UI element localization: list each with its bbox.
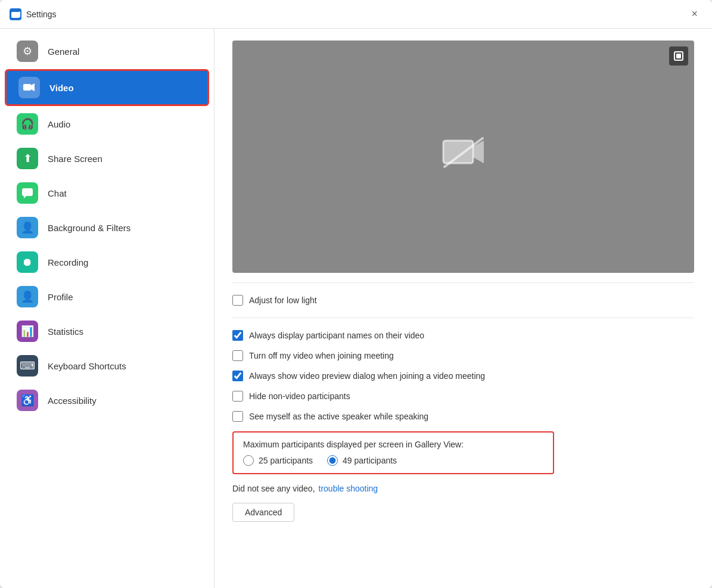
svg-rect-11 <box>676 54 681 58</box>
video-preview <box>232 41 694 273</box>
sidebar-label-general: General <box>48 46 79 57</box>
sidebar-item-background[interactable]: 👤 Background & Filters <box>5 211 209 244</box>
background-icon: 👤 <box>17 217 38 238</box>
sidebar-label-audio: Audio <box>48 119 70 129</box>
sidebar-label-recording: Recording <box>48 257 88 267</box>
option-row-2: Turn off my video when joining meeting <box>232 346 694 366</box>
option-checkbox-5[interactable] <box>232 411 243 422</box>
sidebar-item-audio[interactable]: 🎧 Audio <box>5 107 209 141</box>
option-label-2[interactable]: Turn off my video when joining meeting <box>232 350 394 361</box>
gallery-radio-25[interactable] <box>243 455 254 466</box>
content-area: ⚙ General Video 🎧 Audio ⬆ <box>0 29 712 588</box>
window-title: Settings <box>26 10 686 19</box>
svg-marker-4 <box>31 83 35 91</box>
svg-rect-3 <box>23 84 31 91</box>
sidebar-item-general[interactable]: ⚙ General <box>5 35 209 68</box>
app-icon <box>10 8 21 20</box>
svg-rect-5 <box>22 188 33 196</box>
camera-off-icon <box>440 133 487 181</box>
adjust-low-light-label[interactable]: Adjust for low light <box>232 295 317 306</box>
close-button[interactable]: × <box>686 5 702 23</box>
troubleshoot-prefix: Did not see any video, <box>232 484 315 493</box>
settings-window: Settings × ⚙ General Video <box>0 0 712 588</box>
option-checkbox-3[interactable] <box>232 371 243 381</box>
chat-icon <box>17 182 38 204</box>
sidebar-item-recording[interactable]: ⏺ Recording <box>5 245 209 279</box>
adjust-low-light-checkbox[interactable] <box>232 295 243 306</box>
recording-icon: ⏺ <box>17 251 38 273</box>
option-row-1: Always display participant names on thei… <box>232 325 694 346</box>
sidebar-label-video: Video <box>49 83 74 93</box>
svg-rect-7 <box>443 141 473 163</box>
sidebar-label-share-screen: Share Screen <box>48 154 102 164</box>
sidebar-item-statistics[interactable]: 📊 Statistics <box>5 315 209 348</box>
sidebar-item-keyboard-shortcuts[interactable]: ⌨ Keyboard Shortcuts <box>5 349 209 382</box>
option-label-3[interactable]: Always show video preview dialog when jo… <box>232 371 485 381</box>
video-icon <box>18 77 40 98</box>
sidebar-label-accessibility: Accessibility <box>48 396 97 406</box>
sidebar-item-profile[interactable]: 👤 Profile <box>5 280 209 313</box>
profile-icon: 👤 <box>17 286 38 307</box>
gallery-option-49[interactable]: 49 participants <box>327 455 397 466</box>
troubleshoot-link[interactable]: trouble shooting <box>319 484 378 493</box>
sidebar-item-accessibility[interactable]: ♿ Accessibility <box>5 384 209 417</box>
option-row-3: Always show video preview dialog when jo… <box>232 366 694 386</box>
gallery-box-title: Maximum participants displayed per scree… <box>243 440 543 449</box>
gallery-radio-49[interactable] <box>327 455 338 466</box>
expand-preview-button[interactable] <box>669 46 688 66</box>
sidebar-item-video[interactable]: Video <box>5 69 209 106</box>
option-row-5: See myself as the active speaker while s… <box>232 406 694 427</box>
divider-2 <box>232 318 694 318</box>
adjust-low-light-row: Adjust for low light <box>232 290 694 310</box>
option-label-1[interactable]: Always display participant names on thei… <box>232 330 424 341</box>
option-label-5[interactable]: See myself as the active speaker while s… <box>232 411 428 422</box>
sidebar-label-background: Background & Filters <box>48 223 130 233</box>
gallery-radio-group: 25 participants 49 participants <box>243 455 543 466</box>
troubleshoot-row: Did not see any video, trouble shooting <box>232 479 694 498</box>
share-screen-icon: ⬆ <box>17 148 38 169</box>
sidebar: ⚙ General Video 🎧 Audio ⬆ <box>0 29 214 588</box>
sidebar-label-keyboard-shortcuts: Keyboard Shortcuts <box>48 361 126 371</box>
sidebar-label-statistics: Statistics <box>48 326 83 337</box>
svg-marker-6 <box>24 196 26 198</box>
main-content: Adjust for low light Always display part… <box>214 29 712 588</box>
advanced-button[interactable]: Advanced <box>232 503 294 522</box>
sidebar-label-chat: Chat <box>48 188 67 198</box>
option-checkbox-1[interactable] <box>232 330 243 341</box>
sidebar-item-share-screen[interactable]: ⬆ Share Screen <box>5 142 209 175</box>
gallery-option-25[interactable]: 25 participants <box>243 455 313 466</box>
option-checkbox-4[interactable] <box>232 391 243 402</box>
statistics-icon: 📊 <box>17 321 38 342</box>
option-checkbox-2[interactable] <box>232 350 243 361</box>
gallery-view-box: Maximum participants displayed per scree… <box>232 431 554 474</box>
sidebar-item-chat[interactable]: Chat <box>5 176 209 210</box>
keyboard-icon: ⌨ <box>17 355 38 377</box>
audio-icon: 🎧 <box>17 113 38 135</box>
general-icon: ⚙ <box>17 41 38 62</box>
sidebar-label-profile: Profile <box>48 292 73 302</box>
title-bar: Settings × <box>0 0 712 29</box>
option-row-4: Hide non-video participants <box>232 386 694 406</box>
divider-1 <box>232 282 694 283</box>
accessibility-icon: ♿ <box>17 390 38 411</box>
option-label-4[interactable]: Hide non-video participants <box>232 391 350 402</box>
